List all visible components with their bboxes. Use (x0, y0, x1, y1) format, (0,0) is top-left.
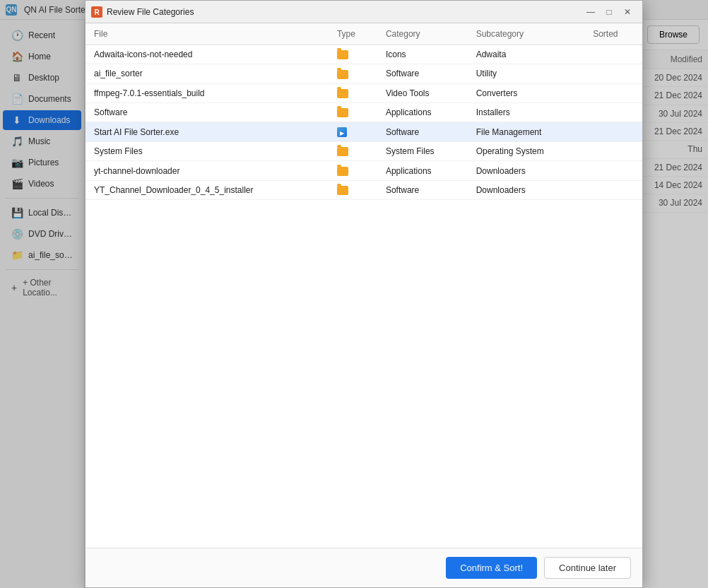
dialog-file-name: System Files (85, 142, 329, 161)
minimize-button[interactable]: — (582, 5, 600, 19)
dialog-file-type (329, 83, 377, 102)
dialog-subcategory: File Management (468, 122, 584, 142)
dialog-file-name: yt-channel-downloader (85, 161, 329, 180)
dialog-category: Software (377, 180, 468, 199)
dialog-subcategory: Adwaita (468, 45, 584, 64)
dialog-subcategory: Installers (468, 102, 584, 122)
dialog-file-name: Software (85, 102, 329, 122)
dialog-title: Review File Categories (107, 7, 582, 17)
folder-type-icon (337, 89, 348, 98)
dialog-file-name: YT_Channel_Downloader_0_4_5_installer (85, 180, 329, 199)
confirm-sort-button[interactable]: Confirm & Sort! (446, 557, 537, 579)
dialog-file-type: ▶ (329, 122, 377, 142)
dialog-file-type (329, 142, 377, 161)
close-button[interactable]: ✕ (618, 5, 637, 19)
exe-type-icon: ▶ (337, 127, 347, 137)
dialog-file-name: Start AI File Sorter.exe (85, 122, 329, 142)
review-dialog: R Review File Categories — □ ✕ File Type… (85, 0, 643, 588)
dialog-sorted (584, 142, 642, 161)
folder-type-icon (337, 167, 348, 176)
dialog-category: Applications (377, 102, 468, 122)
folder-type-icon (337, 108, 348, 117)
col-subcategory: Subcategory (468, 23, 584, 45)
dialog-file-type (329, 64, 377, 83)
dialog-file-name: Adwaita-icons-not-needed (85, 45, 329, 64)
dialog-category: Applications (377, 161, 468, 180)
dialog-table-row[interactable]: yt-channel-downloader Applications Downl… (85, 161, 642, 180)
svg-text:R: R (94, 8, 100, 16)
dialog-file-type (329, 45, 377, 64)
dialog-subcategory: Converters (468, 83, 584, 102)
dialog-file-type (329, 161, 377, 180)
dialog-footer: Confirm & Sort! Continue later (85, 548, 642, 587)
dialog-titlebar: R Review File Categories — □ ✕ (85, 1, 642, 23)
dialog-category: Icons (377, 45, 468, 64)
dialog-sorted (584, 180, 642, 199)
dialog-file-name: ai_file_sorter (85, 64, 329, 83)
dialog-table-row[interactable]: ai_file_sorter Software Utility (85, 64, 642, 83)
col-sorted: Sorted (584, 23, 642, 45)
dialog-file-name: ffmpeg-7.0.1-essentials_build (85, 83, 329, 102)
dialog-sorted (584, 122, 642, 142)
dialog-category: Software (377, 122, 468, 142)
dialog-table-row[interactable]: YT_Channel_Downloader_0_4_5_installer So… (85, 180, 642, 199)
dialog-subcategory: Operating System (468, 142, 584, 161)
dialog-sorted (584, 64, 642, 83)
dialog-file-type (329, 180, 377, 199)
dialog-table-row[interactable]: Adwaita-icons-not-needed Icons Adwaita (85, 45, 642, 64)
dialog-sorted (584, 102, 642, 122)
dialog-table-row[interactable]: Software Applications Installers (85, 102, 642, 122)
dialog-category: Video Tools (377, 83, 468, 102)
folder-type-icon (337, 70, 348, 79)
dialog-table-row[interactable]: Start AI File Sorter.exe ▶ Software File… (85, 122, 642, 142)
continue-later-button[interactable]: Continue later (544, 557, 631, 579)
dialog-sorted (584, 161, 642, 180)
dialog-subcategory: Downloaders (468, 161, 584, 180)
dialog-sorted (584, 83, 642, 102)
dialog-table-area: File Type Category Subcategory Sorted Ad… (85, 23, 642, 548)
folder-type-icon (337, 147, 348, 156)
maximize-button[interactable]: □ (600, 5, 618, 19)
col-type: Type (329, 23, 377, 45)
dialog-table-row[interactable]: ffmpeg-7.0.1-essentials_build Video Tool… (85, 83, 642, 102)
dialog-category: System Files (377, 142, 468, 161)
dialog-sorted (584, 45, 642, 64)
dialog-table-row[interactable]: System Files System Files Operating Syst… (85, 142, 642, 161)
folder-type-icon (337, 186, 348, 195)
dialog-overlay: R Review File Categories — □ ✕ File Type… (0, 0, 708, 588)
col-file: File (85, 23, 329, 45)
folder-type-icon (337, 50, 348, 59)
dialog-file-type (329, 102, 377, 122)
dialog-category: Software (377, 64, 468, 83)
dialog-subcategory: Utility (468, 64, 584, 83)
dialog-subcategory: Downloaders (468, 180, 584, 199)
dialog-icon: R (91, 6, 102, 18)
categories-table: File Type Category Subcategory Sorted Ad… (85, 23, 642, 200)
dialog-content: File Type Category Subcategory Sorted Ad… (85, 23, 642, 587)
col-category: Category (377, 23, 468, 45)
